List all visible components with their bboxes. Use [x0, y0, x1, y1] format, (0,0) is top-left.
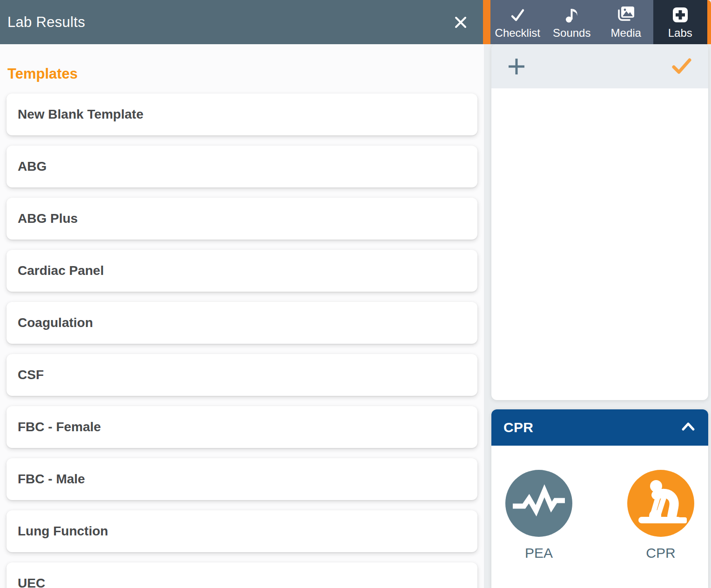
template-label: FBC - Female	[18, 420, 101, 434]
medical-cross-icon	[670, 4, 691, 26]
tab-sounds[interactable]: Sounds	[545, 0, 599, 44]
template-label: UEC	[18, 576, 45, 588]
cpr-button[interactable]: CPR	[627, 470, 694, 561]
close-icon[interactable]	[450, 12, 471, 33]
template-item-coagulation[interactable]: Coagulation	[7, 302, 477, 344]
template-item-abg[interactable]: ABG	[7, 146, 477, 187]
cpr-rescuer-icon	[627, 470, 694, 537]
template-item-csf[interactable]: CSF	[7, 354, 477, 396]
template-label: New Blank Template	[18, 107, 143, 122]
cpr-section-title: CPR	[503, 420, 533, 435]
lab-results-header: Lab Results	[0, 0, 484, 44]
template-label: Cardiac Panel	[18, 263, 104, 278]
template-item-fbc-female[interactable]: FBC - Female	[7, 406, 477, 448]
tab-labs[interactable]: Labs	[653, 0, 708, 44]
template-item-lung-function[interactable]: Lung Function	[7, 510, 477, 552]
tab-label: Checklist	[495, 27, 540, 40]
chevron-up-icon	[680, 421, 696, 434]
tab-label: Media	[611, 27, 641, 40]
template-label: CSF	[18, 368, 44, 382]
cpr-section: CPR PEA	[491, 409, 708, 588]
templates-heading: Templates	[7, 66, 476, 82]
lab-results-panel: Lab Results Templates New Blank Template…	[0, 0, 484, 588]
cpr-section-header[interactable]: CPR	[491, 409, 708, 446]
pea-label: PEA	[525, 545, 553, 561]
template-item-fbc-male[interactable]: FBC - Male	[7, 458, 477, 500]
orange-checkmark-icon[interactable]	[671, 57, 692, 76]
music-note-icon	[562, 4, 582, 26]
tab-label: Labs	[668, 27, 692, 40]
plus-icon[interactable]	[507, 57, 526, 76]
templates-list: Templates New Blank Template ABG ABG Plu…	[0, 66, 484, 588]
template-label: Lung Function	[18, 524, 108, 539]
page-title: Lab Results	[7, 14, 85, 31]
template-item-cardiac-panel[interactable]: Cardiac Panel	[7, 250, 477, 292]
tab-label: Sounds	[553, 27, 590, 40]
cpr-section-body: PEA CPR	[491, 446, 708, 561]
tab-checklist[interactable]: Checklist	[490, 0, 545, 44]
labs-content-card	[491, 44, 708, 400]
template-item-abg-plus[interactable]: ABG Plus	[7, 198, 477, 240]
template-label: Coagulation	[18, 315, 93, 330]
labs-toolbar	[491, 44, 708, 88]
template-item-uec[interactable]: UEC	[7, 562, 477, 588]
pea-button[interactable]: PEA	[505, 470, 572, 561]
ecg-zigzag-icon	[505, 470, 572, 537]
template-label: ABG Plus	[18, 211, 78, 226]
template-label: ABG	[18, 159, 47, 174]
photo-library-icon	[615, 4, 637, 26]
checkmark-icon	[507, 4, 528, 26]
cpr-label: CPR	[646, 545, 675, 561]
tab-media[interactable]: Media	[599, 0, 653, 44]
template-item-new-blank[interactable]: New Blank Template	[7, 94, 477, 135]
template-label: FBC - Male	[18, 472, 85, 487]
sidebar-tabbar: Checklist Sounds Media	[490, 0, 707, 44]
